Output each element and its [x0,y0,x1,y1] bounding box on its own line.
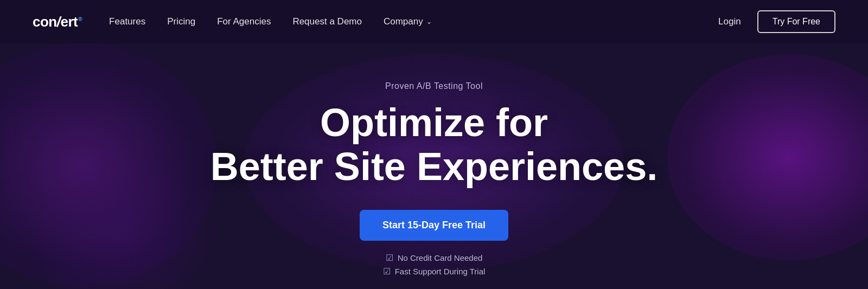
logo-dot: ® [78,16,82,22]
check-icon-2: ☑ [383,266,391,277]
check-icon-1: ☑ [386,253,393,263]
navbar: con/ert® Features Pricing For Agencies R… [0,0,868,43]
perk-label-2: Fast Support During Trial [395,267,486,276]
logo-slash: / [55,14,62,30]
logo[interactable]: con/ert® [33,14,82,30]
nav-link-agencies[interactable]: For Agencies [217,16,271,27]
nav-item-company[interactable]: Company ⌄ [384,16,432,27]
nav-item-demo[interactable]: Request a Demo [292,16,362,27]
nav-link-company[interactable]: Company ⌄ [384,16,432,27]
hero-title-line2: Better Site Experiences. [210,145,658,188]
nav-company-label: Company [384,16,423,27]
logo-text: con/ert® [33,14,82,30]
perk-no-credit-card: ☑ No Credit Card Needed [386,253,483,263]
chevron-down-icon: ⌄ [426,18,432,25]
hero-title: Optimize for Better Site Experiences. [210,101,658,188]
nav-left: con/ert® Features Pricing For Agencies R… [33,14,432,30]
try-for-free-button[interactable]: Try For Free [757,10,835,33]
nav-item-agencies[interactable]: For Agencies [217,16,271,27]
nav-link-pricing[interactable]: Pricing [167,16,195,27]
hero-perks: ☑ No Credit Card Needed ☑ Fast Support D… [383,253,486,277]
nav-link-demo[interactable]: Request a Demo [292,16,362,27]
login-link[interactable]: Login [718,16,741,27]
nav-links: Features Pricing For Agencies Request a … [109,16,432,27]
start-trial-button[interactable]: Start 15-Day Free Trial [360,210,508,241]
nav-item-pricing[interactable]: Pricing [167,16,195,27]
hero-title-line1: Optimize for [320,101,548,144]
hero-subtitle: Proven A/B Testing Tool [385,81,483,91]
nav-item-features[interactable]: Features [109,16,145,27]
perk-label-1: No Credit Card Needed [398,253,483,262]
perk-fast-support: ☑ Fast Support During Trial [383,266,486,277]
hero-wrapper: con/ert® Features Pricing For Agencies R… [0,0,868,289]
hero-content: Proven A/B Testing Tool Optimize for Bet… [0,43,868,277]
nav-right: Login Try For Free [718,10,835,33]
nav-link-features[interactable]: Features [109,16,145,27]
